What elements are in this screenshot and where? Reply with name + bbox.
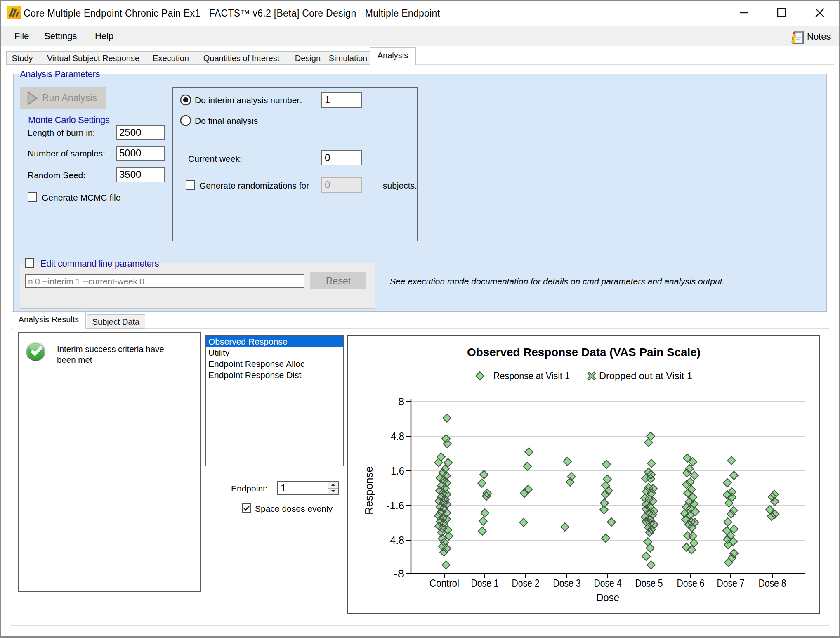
- svg-text:Dose 3: Dose 3: [553, 577, 581, 589]
- svg-text:Dose 7: Dose 7: [717, 577, 745, 589]
- svg-text:Control: Control: [429, 577, 459, 589]
- svg-text:-4.8: -4.8: [387, 534, 404, 546]
- svg-text:Dose 6: Dose 6: [677, 577, 705, 589]
- svg-text:8: 8: [398, 395, 404, 408]
- svg-text:Dose 8: Dose 8: [759, 577, 786, 589]
- svg-text:Response at Visit 1: Response at Visit 1: [493, 370, 570, 381]
- svg-text:-8: -8: [394, 567, 404, 580]
- svg-text:Response: Response: [363, 466, 375, 515]
- svg-text:4.8: 4.8: [391, 430, 404, 442]
- svg-text:Dose: Dose: [596, 591, 619, 604]
- svg-text:Dropped out at Visit 1: Dropped out at Visit 1: [599, 370, 692, 381]
- svg-text:Observed Response Data (VAS Pa: Observed Response Data (VAS Pain Scale): [467, 346, 701, 359]
- svg-text:Dose 4: Dose 4: [594, 577, 622, 589]
- svg-text:1.6: 1.6: [391, 465, 404, 477]
- svg-text:Dose 2: Dose 2: [512, 577, 540, 589]
- svg-text:Dose 1: Dose 1: [471, 577, 499, 589]
- svg-text:-1.6: -1.6: [386, 499, 404, 512]
- svg-text:Dose 5: Dose 5: [635, 577, 663, 589]
